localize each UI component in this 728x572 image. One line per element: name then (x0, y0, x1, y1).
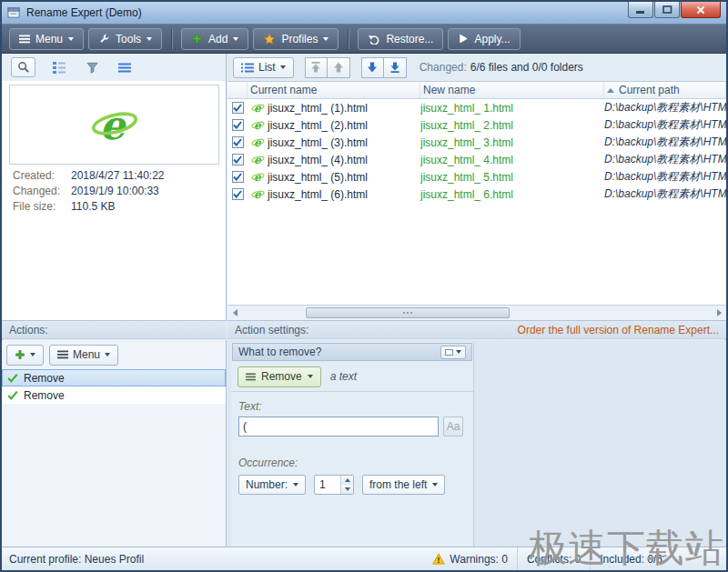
current-path-cell: D:\backup\教程素材\HTML\ (604, 117, 726, 133)
preset-combo-button[interactable] (440, 346, 466, 359)
restore-button[interactable]: Restore... (358, 28, 443, 50)
html-file-icon: e (251, 187, 265, 201)
html-file-icon-large: e (90, 100, 139, 149)
list-toolbar: List Changed:6/6 files and 0/0 fol (228, 54, 726, 81)
order-full-version-link[interactable]: Order the full version of Rename Expert.… (518, 324, 719, 336)
grip-dots-icon (403, 312, 405, 314)
maximize-button[interactable] (654, 2, 680, 18)
add-button[interactable]: Add (181, 28, 248, 50)
green-check-icon (7, 373, 18, 383)
changed-value: 2019/1/9 10:00:33 (71, 185, 159, 198)
scrollbar-thumb[interactable] (306, 307, 510, 318)
file-row[interactable]: e jisuxz_html_ (1).html jisuxz_html_ 1.h… (228, 99, 726, 116)
row-checkbox[interactable] (232, 154, 244, 166)
stepper-down-button[interactable] (341, 485, 353, 494)
settings-column: What to remove? Remove a text Text: Aa O… (231, 342, 474, 547)
row-checkbox[interactable] (232, 102, 244, 114)
tools-button[interactable]: Tools (88, 28, 162, 50)
action-list-item[interactable]: Remove (2, 386, 226, 404)
occurrence-type-dropdown[interactable]: Number: (238, 475, 306, 495)
column-header-current-path[interactable]: Current path (604, 82, 726, 98)
hamburger-icon (19, 35, 30, 44)
triangle-up-icon (345, 478, 350, 482)
hamburger-icon (246, 373, 256, 381)
action-item-label: Remove (24, 389, 65, 402)
sort-ascending-icon (607, 88, 614, 93)
row-checkbox[interactable] (232, 136, 244, 148)
star-icon (263, 33, 276, 45)
occurrence-position-dropdown[interactable]: from the left (362, 475, 445, 495)
svg-text:e: e (253, 136, 261, 149)
scroll-right-button[interactable] (712, 306, 726, 319)
occurrence-row: Number: 1 from the left (231, 473, 473, 495)
current-path-cell: D:\backup\教程素材\HTML\ (604, 169, 726, 185)
move-up-button[interactable] (328, 57, 350, 78)
maximize-icon (662, 5, 672, 14)
apply-button[interactable]: Apply... (448, 28, 520, 50)
filter-icon (86, 61, 99, 75)
wrench-icon (98, 33, 110, 45)
minimize-button[interactable] (628, 2, 653, 18)
chevron-down-icon (68, 37, 74, 41)
actions-menu-button[interactable]: Menu (49, 345, 118, 366)
remove-mode-dropdown[interactable]: Remove (238, 366, 321, 387)
row-checkbox[interactable] (232, 171, 244, 183)
move-down-button[interactable] (361, 57, 384, 78)
match-case-button[interactable]: Aa (443, 416, 463, 437)
toolbar-separator (171, 29, 172, 49)
toolbar-separator (348, 29, 349, 49)
chevron-down-icon (456, 350, 461, 354)
list-options-button[interactable] (116, 58, 134, 76)
preview-panel: e Created:2018/4/27 11:40:22 Changed:201… (2, 54, 227, 320)
tree-view-button[interactable] (50, 58, 68, 76)
actions-panel: Menu Remove Remove (2, 340, 227, 547)
move-to-bottom-button[interactable] (384, 57, 407, 78)
svg-text:e: e (253, 171, 261, 184)
titlebar: Rename Expert (Demo) (2, 2, 726, 25)
row-checkbox[interactable] (232, 119, 244, 131)
add-action-button[interactable] (6, 345, 44, 366)
changed-count-label: Changed: (420, 61, 467, 74)
green-check-icon (7, 390, 18, 400)
preview-toolbar (2, 54, 226, 81)
current-path-cell: D:\backup\教程素材\HTML\ (604, 186, 726, 202)
new-name-cell: jisuxz_html_ 1.html (420, 102, 604, 115)
action-item-label: Remove (24, 372, 65, 385)
action-list-item[interactable]: Remove (2, 369, 226, 386)
text-to-remove-input[interactable] (238, 416, 439, 437)
chevron-down-icon (147, 37, 152, 41)
occurrence-number-stepper[interactable]: 1 (314, 475, 354, 495)
plus-icon (15, 349, 25, 360)
current-path-cell: D:\backup\教程素材\HTML\ (604, 100, 726, 115)
what-to-remove-bar[interactable]: What to remove? (232, 343, 472, 361)
close-button[interactable] (681, 2, 721, 18)
file-table: Current name New name Current path e jis… (228, 81, 726, 305)
current-name-cell: jisuxz_html_ (5).html (268, 171, 420, 184)
profiles-button[interactable]: Profiles (253, 28, 339, 50)
file-list-panel: List Changed:6/6 files and 0/0 fol (228, 54, 726, 320)
file-row[interactable]: e jisuxz_html_ (2).html jisuxz_html_ 2.h… (228, 116, 726, 134)
file-table-body: e jisuxz_html_ (1).html jisuxz_html_ 1.h… (228, 99, 726, 203)
window-title: Rename Expert (Demo) (26, 6, 142, 19)
action-settings-panel: What to remove? Remove a text Text: Aa O… (228, 340, 726, 547)
list-view-button[interactable]: List (233, 57, 294, 78)
search-button[interactable] (11, 57, 35, 77)
file-row[interactable]: e jisuxz_html_ (6).html jisuxz_html_ 6.h… (228, 186, 726, 203)
changed-label: Changed: (13, 185, 71, 198)
row-checkbox[interactable] (232, 188, 244, 200)
chevron-down-icon (30, 353, 35, 356)
file-row[interactable]: e jisuxz_html_ (5).html jisuxz_html_ 5.h… (228, 168, 726, 186)
file-row[interactable]: e jisuxz_html_ (3).html jisuxz_html_ 3.h… (228, 134, 726, 151)
horizontal-scrollbar[interactable] (228, 305, 726, 320)
close-icon (696, 5, 705, 15)
move-to-top-button[interactable] (305, 57, 328, 78)
file-row[interactable]: e jisuxz_html_ (4).html jisuxz_html_ 4.h… (228, 151, 726, 168)
stepper-up-button[interactable] (341, 476, 353, 485)
filter-button[interactable] (83, 58, 101, 76)
column-header-new-name[interactable]: New name (420, 82, 604, 98)
app-window: Rename Expert (Demo) Menu Tools Add (0, 0, 728, 572)
scroll-left-button[interactable] (228, 306, 242, 319)
changed-count-value: 6/6 files and 0/0 folders (470, 61, 583, 74)
column-header-current-name[interactable]: Current name (248, 82, 420, 98)
menu-button[interactable]: Menu (9, 28, 84, 50)
